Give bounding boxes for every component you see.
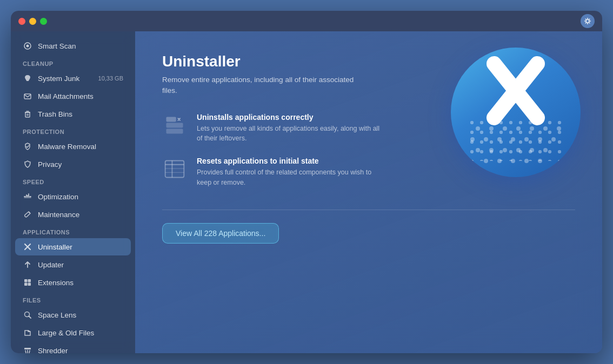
- feature-row-uninstalls: Uninstalls applications correctly Lets y…: [162, 113, 575, 144]
- sidebar-item-shredder[interactable]: Shredder: [15, 342, 131, 353]
- malware-removal-label: Malware Removal: [38, 143, 96, 151]
- close-button[interactable]: [18, 18, 25, 25]
- uninstaller-label: Uninstaller: [38, 243, 72, 251]
- feature-desc-resets: Provides full control of the related com…: [197, 167, 381, 188]
- feature-text-uninstalls: Uninstalls applications correctly Lets y…: [197, 113, 381, 144]
- malware-removal-icon: [23, 141, 32, 151]
- svg-point-2: [587, 23, 588, 24]
- svg-point-5: [585, 19, 587, 20]
- smart-scan-icon: [23, 41, 32, 51]
- feature-icon-uninstalls: [162, 113, 187, 138]
- svg-rect-46: [166, 123, 183, 127]
- sidebar-item-malware-removal[interactable]: Malware Removal: [15, 138, 131, 155]
- sidebar-item-uninstaller[interactable]: Uninstaller: [15, 238, 131, 255]
- svg-rect-47: [166, 117, 176, 122]
- privacy-label: Privacy: [38, 160, 62, 168]
- sidebar-item-smart-scan[interactable]: Smart Scan: [15, 37, 131, 55]
- svg-rect-48: [165, 160, 184, 177]
- privacy-icon: [23, 159, 32, 169]
- svg-point-3: [584, 21, 585, 22]
- sidebar-item-updater[interactable]: Updater: [15, 256, 131, 273]
- sidebar-item-space-lens[interactable]: Space Lens: [15, 306, 131, 323]
- svg-point-8: [589, 19, 590, 20]
- trash-bins-label: Trash Bins: [38, 110, 72, 118]
- svg-point-6: [589, 23, 590, 24]
- space-lens-icon: [23, 310, 32, 320]
- system-junk-label: System Junk: [38, 75, 79, 83]
- extensions-label: Extensions: [38, 279, 74, 287]
- sidebar-item-optimization[interactable]: Optimization: [15, 188, 131, 205]
- content-area: Uninstaller Remove entire applications, …: [135, 31, 602, 353]
- svg-rect-11: [24, 94, 31, 99]
- svg-point-0: [586, 19, 589, 23]
- space-lens-label: Space Lens: [38, 311, 76, 319]
- svg-point-13: [29, 212, 30, 213]
- section-label-files: Files: [11, 292, 135, 306]
- feature-row-resets: Resets applications to initial state Pro…: [162, 157, 575, 188]
- view-all-apps-button[interactable]: View All 228 Applications...: [162, 223, 279, 244]
- section-label-speed: Speed: [11, 173, 135, 187]
- features-list: Uninstalls applications correctly Lets y…: [162, 113, 575, 188]
- uninstaller-icon: [23, 242, 32, 252]
- feature-title-uninstalls: Uninstalls applications correctly: [197, 113, 381, 122]
- divider: [162, 210, 575, 210]
- sidebar: Smart Scan Cleanup System Junk 10,33 GB: [11, 31, 135, 353]
- feature-text-resets: Resets applications to initial state Pro…: [197, 157, 381, 188]
- trash-bins-icon: [23, 109, 32, 119]
- svg-rect-45: [166, 129, 183, 133]
- feature-icon-resets: [162, 157, 187, 181]
- section-label-protection: Protection: [11, 123, 135, 137]
- system-junk-badge: 10,33 GB: [98, 75, 123, 82]
- svg-rect-16: [24, 283, 28, 286]
- smart-scan-label: Smart Scan: [38, 42, 76, 50]
- svg-rect-15: [28, 279, 31, 282]
- sidebar-item-system-junk[interactable]: System Junk 10,33 GB: [15, 70, 131, 87]
- feature-desc-uninstalls: Lets you remove all kinds of application…: [197, 124, 381, 144]
- svg-rect-19: [24, 348, 31, 349]
- section-label-applications: Applications: [11, 224, 135, 238]
- sidebar-item-large-old-files[interactable]: Large & Old Files: [15, 324, 131, 341]
- system-junk-icon: [23, 73, 32, 83]
- updater-label: Updater: [38, 261, 64, 269]
- svg-point-1: [587, 18, 588, 19]
- optimization-label: Optimization: [38, 193, 78, 201]
- updater-icon: [23, 260, 32, 269]
- traffic-lights: [18, 18, 47, 25]
- svg-rect-12: [25, 112, 30, 117]
- app-window: Smart Scan Cleanup System Junk 10,33 GB: [11, 11, 602, 353]
- svg-rect-14: [24, 279, 28, 282]
- settings-button[interactable]: [581, 14, 595, 28]
- large-old-files-icon: [23, 328, 32, 338]
- svg-point-10: [26, 45, 29, 48]
- extensions-icon: [23, 278, 32, 287]
- content-inner: Uninstaller Remove entire applications, …: [162, 53, 575, 332]
- page-subtitle: Remove entire applications, including al…: [162, 75, 368, 97]
- sidebar-item-privacy[interactable]: Privacy: [15, 156, 131, 173]
- sidebar-item-trash-bins[interactable]: Trash Bins: [15, 105, 131, 123]
- svg-point-4: [590, 21, 591, 22]
- mail-attachments-label: Mail Attachments: [38, 92, 94, 100]
- maintenance-label: Maintenance: [38, 211, 79, 219]
- minimize-button[interactable]: [29, 18, 36, 25]
- mail-attachments-icon: [23, 91, 32, 101]
- feature-title-resets: Resets applications to initial state: [197, 157, 381, 165]
- sidebar-item-maintenance[interactable]: Maintenance: [15, 206, 131, 223]
- title-bar: [11, 11, 602, 31]
- sidebar-item-extensions[interactable]: Extensions: [15, 274, 131, 291]
- optimization-icon: [23, 192, 32, 201]
- maximize-button[interactable]: [40, 18, 47, 25]
- shredder-label: Shredder: [38, 347, 68, 354]
- main-layout: Smart Scan Cleanup System Junk 10,33 GB: [11, 31, 602, 353]
- page-title: Uninstaller: [162, 53, 575, 70]
- svg-rect-17: [28, 283, 31, 286]
- sidebar-item-mail-attachments[interactable]: Mail Attachments: [15, 87, 131, 105]
- maintenance-icon: [23, 210, 32, 219]
- section-label-cleanup: Cleanup: [11, 55, 135, 69]
- large-old-files-label: Large & Old Files: [38, 329, 94, 337]
- svg-point-7: [585, 23, 587, 24]
- shredder-icon: [23, 346, 32, 353]
